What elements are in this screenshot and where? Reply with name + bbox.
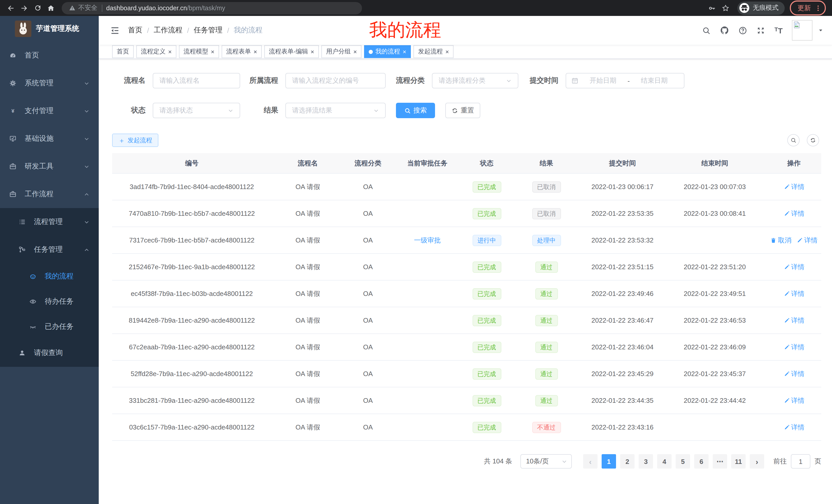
detail-link[interactable]: 详情 (797, 235, 817, 245)
bookmark-star-button[interactable] (719, 1, 732, 15)
status-select[interactable]: 请选择状态 (153, 103, 240, 118)
sidebar-item-workflow[interactable]: 工作流程 (0, 180, 99, 208)
end-date-input[interactable]: 结束日期 (630, 76, 679, 85)
toolbox-icon (9, 163, 17, 170)
browser-forward-button[interactable] (18, 1, 31, 15)
tab-process-form-edit[interactable]: 流程表单-编辑× (264, 45, 319, 58)
reset-button[interactable]: 重置 (445, 103, 480, 118)
page-button-6[interactable]: 6 (694, 454, 709, 469)
detail-link[interactable]: 详情 (783, 396, 805, 405)
cell-result: 已取消 (511, 173, 582, 200)
sidebar-item-payment[interactable]: ¥支付管理 (0, 97, 99, 125)
header-search-button[interactable] (702, 26, 711, 35)
table-row: 52ffd28e-7b9a-11ec-a290-acde48001122OA 请… (112, 360, 821, 387)
sidebar-item-done-tasks[interactable]: 已办任务 (0, 314, 99, 339)
page-button-3[interactable]: 3 (639, 454, 653, 469)
detail-link[interactable]: 详情 (783, 369, 805, 379)
fullscreen-button[interactable] (756, 26, 765, 35)
close-icon[interactable]: × (445, 49, 449, 55)
process-input[interactable]: 请输入流程定义的编号 (285, 73, 386, 88)
search-button[interactable]: 搜索 (396, 103, 435, 118)
tab-label: 流程定义 (141, 47, 165, 56)
tab-process-form[interactable]: 流程表单× (222, 45, 262, 58)
start-date-input[interactable]: 开始日期 (578, 76, 628, 85)
help-button[interactable] (738, 26, 747, 35)
page-button-11[interactable]: 11 (731, 454, 746, 469)
table-header-row: 编号流程名流程分类当前审批任务状态结果提交时间结束时间操作 (112, 153, 821, 173)
more-pages-button[interactable]: ⋯ (713, 454, 727, 469)
tab-home[interactable]: 首页 (112, 45, 134, 58)
avatar-caret-icon[interactable] (817, 27, 824, 33)
sidebar-item-todo-tasks[interactable]: 待办任务 (0, 289, 99, 314)
close-icon[interactable]: × (168, 49, 172, 55)
page-button-2[interactable]: 2 (620, 454, 634, 469)
avatar[interactable] (792, 20, 812, 40)
sidebar-item-system[interactable]: 系统管理 (0, 69, 99, 97)
tab-process-definition[interactable]: 流程定义× (136, 45, 176, 58)
close-icon[interactable]: × (353, 49, 357, 55)
sidebar-item-home[interactable]: 首页 (0, 41, 99, 69)
close-icon[interactable]: × (254, 49, 257, 55)
breadcrumb-item[interactable]: 工作流程 (154, 26, 183, 35)
security-label[interactable]: 不安全 (78, 4, 98, 12)
sidebar-collapse-icon[interactable] (106, 25, 124, 35)
password-key-button[interactable] (705, 1, 719, 15)
result-badge: 通过 (535, 395, 558, 406)
close-icon[interactable]: × (211, 49, 214, 55)
next-page-button[interactable]: › (750, 454, 764, 469)
breadcrumb-item[interactable]: 任务管理 (194, 26, 223, 35)
page-button-4[interactable]: 4 (657, 454, 672, 469)
github-button[interactable] (720, 26, 729, 35)
name-input[interactable]: 请输入流程名 (153, 73, 240, 88)
total-count: 共 104 条 (484, 457, 512, 466)
tab-process-model[interactable]: 流程模型× (179, 45, 219, 58)
detail-link[interactable]: 详情 (783, 342, 805, 352)
close-icon[interactable]: × (311, 49, 314, 55)
browser-back-button[interactable] (4, 1, 18, 15)
browser-home-button[interactable] (44, 1, 58, 15)
page-size-select[interactable]: 10条/页 (520, 454, 572, 469)
detail-link[interactable]: 详情 (783, 316, 805, 325)
sidebar-item-task-management[interactable]: 任务管理 (0, 236, 99, 263)
sidebar-item-leave-query[interactable]: 请假查询 (0, 339, 99, 367)
tab-user-group[interactable]: 用户分组× (321, 45, 362, 58)
detail-link[interactable]: 详情 (783, 289, 805, 298)
sidebar-item-my-process[interactable]: 我的流程 (0, 263, 99, 289)
sidebar-item-dev-tools[interactable]: 研发工具 (0, 152, 99, 180)
detail-link[interactable]: 详情 (783, 182, 805, 191)
address-bar[interactable]: 不安全 dashboard.yudao.iocoder.cn/bpm/task/… (62, 2, 362, 14)
goto-page-input[interactable]: 1 (791, 454, 810, 469)
tab-label: 流程表单-编辑 (269, 47, 308, 56)
toggle-search-button[interactable] (787, 134, 800, 146)
cancel-link[interactable]: 取消 (770, 235, 791, 245)
app-logo[interactable]: 芋道管理系统 (0, 16, 99, 41)
browser-update-button[interactable]: 更新 (790, 1, 826, 16)
page-button-5[interactable]: 5 (676, 454, 690, 469)
kebab-menu-icon[interactable] (814, 4, 822, 11)
app-title: 芋道管理系统 (36, 24, 79, 33)
detail-link[interactable]: 详情 (783, 423, 805, 432)
detail-link[interactable]: 详情 (783, 209, 805, 218)
sidebar-item-infrastructure[interactable]: 基础设施 (0, 125, 99, 152)
column-header: 流程分类 (344, 153, 392, 173)
page-button-1[interactable]: 1 (602, 454, 616, 469)
start-process-button[interactable]: ＋ 发起流程 (112, 134, 158, 147)
refresh-table-button[interactable] (807, 134, 819, 146)
result-select[interactable]: 请选择流结果 (285, 103, 386, 118)
sidebar-item-label: 流程管理 (34, 217, 63, 227)
cell-end-time: 2022-01-22 23:45:37 (663, 360, 767, 387)
url-text[interactable]: dashboard.yudao.iocoder.cn/bpm/task/my (106, 4, 225, 11)
sidebar-item-process-management[interactable]: 流程管理 (0, 208, 99, 236)
tab-start-process[interactable]: 发起流程× (413, 45, 453, 58)
category-select[interactable]: 请选择流程分类 (432, 73, 518, 88)
close-icon[interactable]: × (402, 49, 406, 55)
font-size-icon[interactable]: TT (774, 26, 783, 35)
cell-actions: 详情 (767, 254, 821, 280)
tab-my-process[interactable]: 我的流程× (364, 45, 411, 58)
current-task-link[interactable]: 一级审批 (414, 235, 441, 245)
browser-reload-button[interactable] (31, 1, 44, 15)
detail-link[interactable]: 详情 (783, 262, 805, 272)
breadcrumb-item[interactable]: 首页 (128, 26, 142, 35)
monitor-icon (9, 135, 17, 142)
date-range-picker[interactable]: 开始日期 - 结束日期 (566, 73, 684, 88)
